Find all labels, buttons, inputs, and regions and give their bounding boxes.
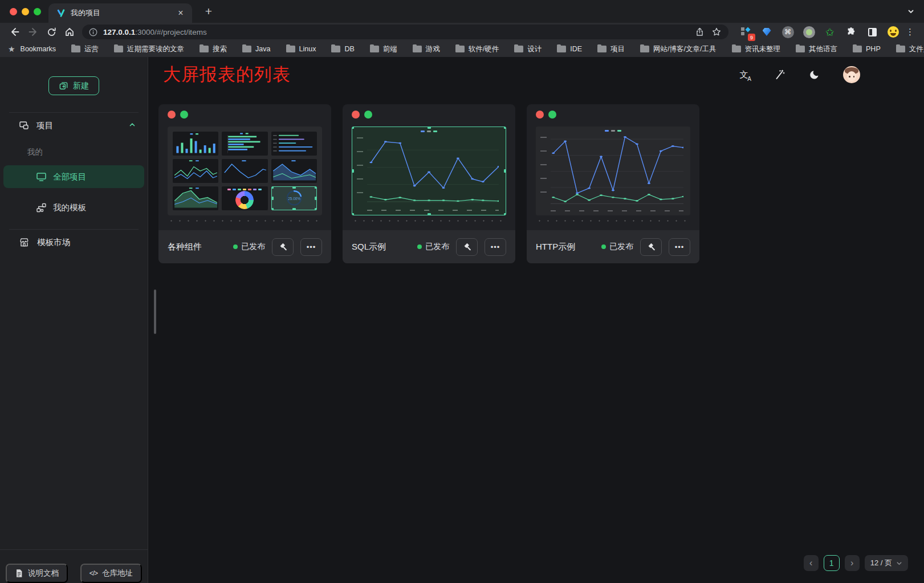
bookmark-star-icon[interactable]	[710, 26, 723, 38]
language-icon[interactable]: 文A	[737, 68, 751, 81]
y-axis-ticks	[357, 137, 363, 203]
project-card[interactable]: SQL示例 已发布 •••	[343, 104, 515, 263]
repo-button[interactable]: </> 仓库地址	[80, 564, 142, 583]
current-page-button[interactable]: 1	[824, 555, 840, 571]
ellipsis-icon: •••	[491, 243, 500, 251]
bookmark-folder[interactable]: Java	[242, 45, 270, 53]
bookmark-folder[interactable]: 游戏	[413, 44, 440, 54]
window-close-button[interactable]	[10, 8, 17, 15]
edit-button[interactable]	[456, 238, 478, 256]
window-minimize-button[interactable]	[22, 8, 29, 15]
sidebar-section-project[interactable]: 项目	[0, 113, 148, 138]
sidebar-item-my-templates[interactable]: 我的模板	[3, 196, 144, 219]
bookmark-folder[interactable]: DB	[331, 45, 354, 53]
reload-button[interactable]	[44, 25, 59, 39]
bookmark-folder[interactable]: 网站/博客/文章/工具	[640, 44, 716, 54]
publish-status: 已发布	[233, 242, 265, 252]
publish-status: 已发布	[417, 242, 449, 252]
bookmark-folder[interactable]: 运营	[71, 44, 99, 54]
dark-mode-moon-icon[interactable]	[808, 68, 821, 81]
donut-legend	[226, 189, 263, 190]
page-size-select[interactable]: 12 / 页	[865, 555, 908, 571]
extension-grid-icon[interactable]: 9	[739, 25, 752, 39]
new-plus-icon	[59, 81, 68, 91]
page-title: 大屏报表的列表	[163, 63, 291, 87]
extension-gem-icon[interactable]	[760, 25, 774, 39]
mini-gauge-chart-selected: 25.00%	[271, 186, 317, 210]
more-button[interactable]: •••	[300, 238, 322, 256]
dotted-separator	[167, 220, 323, 222]
folder-icon	[597, 46, 606, 52]
line-chart	[536, 127, 690, 215]
bookmarks-label[interactable]: Bookmarks	[21, 45, 56, 53]
bookmark-folder[interactable]: 软件/硬件	[455, 44, 499, 54]
card-footer: HTTP示例 已发布 •••	[527, 230, 699, 263]
share-icon[interactable]	[693, 26, 706, 38]
user-avatar[interactable]	[843, 66, 860, 83]
bookmark-folder[interactable]: 其他语言	[796, 44, 837, 54]
tab-close-icon[interactable]: ×	[175, 7, 186, 19]
next-page-button[interactable]: ›	[845, 555, 860, 571]
browser-tab[interactable]: 我的项目 ×	[48, 3, 192, 23]
forward-button[interactable]	[26, 25, 40, 39]
card-thumbnail[interactable]	[536, 127, 690, 215]
card-thumbnail[interactable]: 25.00%	[168, 127, 322, 215]
sidebar-item-template-market[interactable]: 模板市场	[0, 230, 148, 255]
new-project-button[interactable]: 新建	[48, 76, 99, 95]
mini-line-chart	[173, 159, 218, 183]
home-button[interactable]	[62, 25, 77, 39]
line-chart-selected	[352, 127, 506, 215]
address-bar[interactable]: 127.0.0.1:3000/#/project/items	[82, 25, 728, 39]
bookmark-folder[interactable]: 项目	[597, 44, 625, 54]
card-title: 各种组件	[168, 242, 202, 252]
chart-legend	[536, 130, 690, 132]
card-thumbnail[interactable]	[352, 127, 506, 215]
browser-menu-icon[interactable]: ⋮	[906, 27, 915, 37]
extension-halfsquare-icon[interactable]	[865, 25, 879, 39]
site-info-icon[interactable]	[88, 27, 98, 37]
bookmark-folder[interactable]: PHP	[853, 45, 881, 53]
project-card[interactable]: HTTP示例 已发布 •••	[527, 104, 699, 263]
folder-icon	[557, 46, 566, 52]
window-zoom-button[interactable]	[34, 8, 41, 15]
extension-green-star-icon[interactable]: ✩	[823, 25, 837, 39]
more-button[interactable]: •••	[485, 238, 506, 256]
project-icon	[19, 120, 29, 131]
folder-icon	[853, 46, 862, 52]
new-tab-button[interactable]: +	[201, 4, 216, 19]
chevron-up-icon[interactable]	[128, 121, 136, 131]
mini-area-chart-blue	[271, 159, 317, 183]
card-status-dots	[352, 111, 372, 119]
hammer-icon	[278, 242, 287, 251]
more-button[interactable]: •••	[669, 238, 690, 256]
docs-button[interactable]: 说明文档	[6, 564, 68, 583]
bookmark-folder[interactable]: 搜索	[200, 44, 227, 54]
status-dot-icon	[233, 244, 238, 249]
status-dot-icon	[417, 244, 422, 249]
edit-button[interactable]	[640, 238, 662, 256]
bookmark-folder[interactable]: Linux	[286, 45, 316, 53]
bookmark-folder[interactable]: 前端	[370, 44, 397, 54]
folder-icon	[732, 46, 741, 52]
folder-icon	[331, 46, 340, 52]
bookmark-folder[interactable]: 文件服务器	[896, 44, 924, 54]
bookmark-folder[interactable]: 资讯未整理	[732, 44, 781, 54]
bookmark-folder[interactable]: IDE	[557, 45, 582, 53]
extension-green-dot-icon[interactable]	[802, 25, 816, 39]
bookmark-folder[interactable]: 设计	[514, 44, 542, 54]
edit-button[interactable]	[272, 238, 294, 256]
extension-command-icon[interactable]: ⌘	[781, 25, 795, 39]
scrollbar-thumb[interactable]	[154, 290, 156, 334]
extension-puzzle-icon[interactable]	[844, 25, 858, 39]
prev-page-button[interactable]: ‹	[804, 555, 819, 571]
sidebar-item-all-projects[interactable]: 全部项目	[3, 165, 144, 188]
magic-wand-icon[interactable]	[772, 68, 786, 81]
bookmark-folder[interactable]: 近期需要读的文章	[114, 44, 184, 54]
bookmarks-bar: ★ Bookmarks 运营 近期需要读的文章 搜索 Java Linux DB…	[0, 41, 924, 57]
tab-search-chevron-icon[interactable]	[907, 7, 915, 15]
template-flow-icon	[36, 202, 47, 213]
project-card[interactable]: 25.00% 各种组件 已发布	[158, 104, 331, 263]
back-button[interactable]	[7, 25, 22, 39]
extension-smiley-icon[interactable]	[886, 25, 900, 39]
bookmarks-star-icon[interactable]: ★	[8, 44, 15, 54]
